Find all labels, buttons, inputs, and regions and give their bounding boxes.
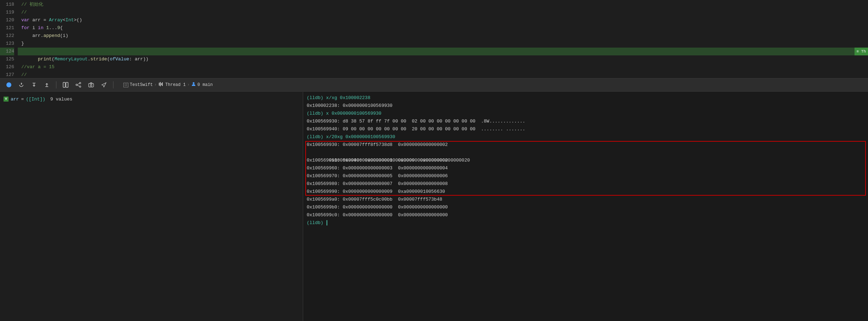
line-num: 124	[0, 48, 14, 55]
line-num: 120	[0, 16, 14, 24]
lldb-line-16: 0x1005699c0: 0x0000000000000000 0x000000…	[307, 211, 864, 219]
svg-rect-2	[66, 82, 68, 87]
lldb-line-6: (lldb) x/20xg 0x0000000100569930	[307, 133, 864, 141]
step-out-button[interactable]	[42, 80, 52, 89]
lldb-line-7: 0x100569930: 0x00007fff8f5738d8 0x000000…	[307, 141, 864, 149]
variables-panel: V arr = ([Int]) 9 values	[0, 92, 303, 321]
bottom-panel: V arr = ([Int]) 9 values (lldb) x/xg 0x1…	[0, 92, 868, 321]
code-line-122: arr.append(i)	[18, 32, 868, 40]
code-line-119: //	[18, 9, 868, 16]
editor-area: 118 119 120 121 122 123 124 125 126 127 …	[0, 0, 868, 78]
lldb-line-14: 0x1005699a0: 0x00007fff5c0c00bb 0x00007f…	[307, 196, 864, 203]
svg-rect-13	[162, 82, 163, 86]
line-num: 121	[0, 24, 14, 32]
share-button[interactable]	[73, 80, 83, 89]
svg-rect-8	[89, 83, 94, 87]
svg-rect-11	[160, 82, 161, 86]
line-num: 126	[0, 63, 14, 71]
code-text: // 初始化	[21, 2, 43, 7]
svg-rect-1	[63, 82, 65, 87]
lldb-line-5: 0x100569940: 09 00 00 00 00 00 00 00 20 …	[307, 125, 864, 133]
lldb-prompt-line[interactable]: (lldb)	[307, 219, 864, 227]
code-text: //	[21, 10, 27, 15]
variable-row-arr: V arr = ([Int]) 9 values	[0, 95, 303, 103]
lldb-line-1: (lldb) x/xg 0x100002238	[307, 94, 864, 102]
code-content: // 初始化 // var arr = Array<Int>() for i i…	[18, 0, 868, 78]
thread-badge: ≡ Th	[855, 48, 868, 55]
code-line-124: print(MemoryLayout.stride(ofValue: arr))…	[18, 48, 868, 55]
var-indicator: V	[4, 97, 9, 102]
lldb-line-8: 0x100569940: 0x0000000000000009 0x000000…	[307, 149, 864, 157]
breadcrumb-frame: 0 main	[197, 82, 213, 87]
view-button[interactable]	[61, 80, 71, 89]
breadcrumb-thread: Thread 1	[165, 82, 186, 87]
svg-point-3	[79, 82, 81, 84]
person-icon	[191, 82, 196, 88]
svg-line-6	[77, 83, 79, 85]
svg-point-14	[193, 82, 194, 84]
breadcrumb: □ TestSwift › Thread 1 › 0 main	[123, 81, 213, 88]
toolbar-divider-1	[56, 81, 56, 88]
lldb-line-3: (lldb) x 0x0000000100569930	[307, 110, 864, 118]
line-num: 119	[0, 9, 14, 16]
lldb-line-12: 0x100569980: 0x0000000000000007 0x000000…	[307, 180, 864, 188]
continue-button[interactable]	[4, 81, 13, 89]
code-line-126: //var a = 15	[18, 63, 868, 71]
code-line-125	[18, 55, 868, 63]
svg-point-5	[79, 86, 81, 87]
line-num: 118	[0, 1, 14, 9]
lldb-line-4: 0x100569930: d8 38 57 8f ff 7f 00 00 02 …	[307, 118, 864, 125]
code-line-127: //	[18, 71, 868, 79]
lldb-line-13: 0x100569990: 0x0000000000000009 0xa00000…	[307, 188, 864, 196]
line-numbers: 118 119 120 121 122 123 124 125 126 127	[0, 0, 18, 78]
lldb-line-10: 0x100569960: 0x0000000000000003 0x000000…	[307, 164, 864, 172]
var-name-arr: arr	[11, 97, 19, 102]
line-num: 125	[0, 55, 14, 63]
code-line-123: }	[18, 40, 868, 48]
line-num: 122	[0, 32, 14, 40]
toolbar-divider-2	[113, 81, 113, 88]
line-num: 123	[0, 40, 14, 48]
step-into-button[interactable]	[29, 80, 39, 89]
thread-icon	[158, 81, 164, 88]
lldb-line-11: 0x100569970: 0x0000000000000005 0x000000…	[307, 172, 864, 180]
code-line-118: // 初始化	[18, 1, 868, 9]
line-num: 127	[0, 71, 14, 79]
svg-line-7	[77, 85, 79, 86]
svg-rect-10	[159, 83, 160, 86]
lldb-boxed-region: 0x100569930: 0x00007fff8f5738d8 0x000000…	[307, 141, 864, 196]
debug-toolbar: □ TestSwift › Thread 1 › 0 main	[0, 78, 868, 92]
navigate-button[interactable]	[99, 80, 109, 89]
code-line-120: var arr = Array<Int>()	[18, 16, 868, 24]
breadcrumb-project: TestSwift	[130, 82, 153, 87]
var-value-arr: 9 values	[48, 97, 72, 102]
step-over-button[interactable]	[16, 80, 26, 89]
svg-point-0	[6, 82, 11, 87]
lldb-panel[interactable]: (lldb) x/xg 0x100002238 0x100002238: 0x0…	[303, 92, 868, 321]
file-icon: □	[123, 83, 128, 87]
lldb-line-15: 0x1005699b0: 0x0000000000000000 0x000000…	[307, 203, 864, 211]
svg-rect-12	[161, 83, 162, 85]
snapshot-button[interactable]	[86, 80, 96, 89]
lldb-line-2: 0x100002238: 0x0000000100569930	[307, 102, 864, 110]
code-line-121: for i in 1...9{	[18, 24, 868, 32]
svg-point-9	[90, 85, 92, 86]
svg-point-4	[76, 84, 77, 86]
